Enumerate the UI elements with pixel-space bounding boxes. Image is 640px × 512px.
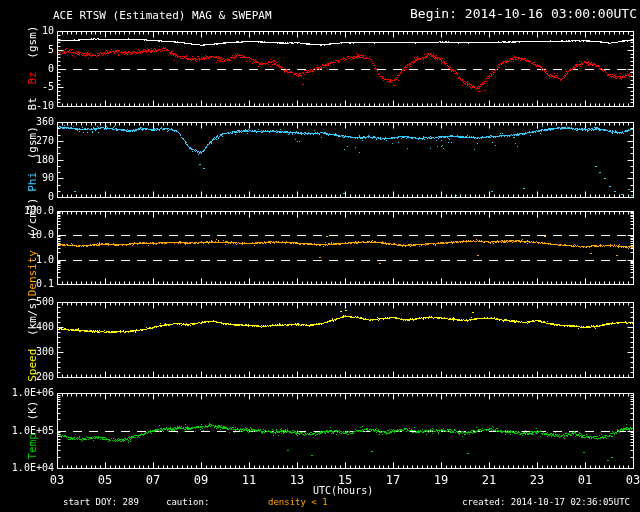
caution-label: caution:	[166, 498, 209, 507]
y-tick-label: 5	[6, 45, 54, 55]
y-tick-label: 0	[6, 64, 54, 74]
x-axis-label: UTC(hours)	[313, 486, 373, 496]
y-tick-label: 180	[6, 155, 54, 165]
temp-unit-label: (K)	[26, 401, 39, 421]
temp-label: Temp	[26, 433, 39, 460]
x-tick-label: 09	[185, 474, 217, 486]
y-tick-label: 270	[6, 136, 54, 146]
x-tick-label: 17	[377, 474, 409, 486]
start-doy-label: start DOY: 289	[63, 498, 139, 507]
y-tick-label: 0	[6, 192, 54, 202]
speed-axis-label: Speed (km/s)	[26, 296, 39, 382]
y-tick-label: -10	[6, 101, 54, 111]
y-tick-label: 100.0	[6, 206, 54, 216]
begin-timestamp: Begin: 2014-10-16 03:00:00UTC	[410, 7, 637, 20]
x-tick-label: 03	[617, 474, 640, 486]
x-tick-label: 19	[425, 474, 457, 486]
plot-title: ACE RTSW (Estimated) MAG & SWEPAM	[53, 10, 272, 21]
y-tick-label: 200	[6, 372, 54, 382]
y-tick-label: 90	[6, 173, 54, 183]
y-tick-label: 1.0E+04	[6, 463, 54, 473]
x-tick-label: 23	[521, 474, 553, 486]
ace-rtsw-plot: ACE RTSW (Estimated) MAG & SWEPAM Begin:…	[0, 0, 640, 512]
y-tick-label: 360	[6, 117, 54, 127]
y-tick-label: 500	[6, 297, 54, 307]
created-timestamp: created: 2014-10-17 02:36:05UTC	[462, 498, 630, 507]
y-tick-label: 300	[6, 347, 54, 357]
x-tick-label: 01	[569, 474, 601, 486]
x-tick-label: 15	[329, 474, 361, 486]
y-tick-label: 0.1	[6, 279, 54, 289]
y-tick-label: 10	[6, 26, 54, 36]
y-tick-label: 400	[6, 322, 54, 332]
plot-canvas	[0, 0, 640, 512]
y-tick-label: -5	[6, 82, 54, 92]
x-tick-label: 21	[473, 474, 505, 486]
y-tick-label: 1.0E+06	[6, 388, 54, 398]
x-tick-label: 13	[281, 474, 313, 486]
x-tick-label: 11	[233, 474, 265, 486]
x-tick-label: 07	[137, 474, 169, 486]
y-tick-label: 10.0	[6, 230, 54, 240]
y-tick-label: 1.0E+05	[6, 426, 54, 436]
x-tick-label: 05	[89, 474, 121, 486]
caution-value: density < 1	[268, 498, 328, 507]
x-tick-label: 03	[41, 474, 73, 486]
y-tick-label: 1.0	[6, 255, 54, 265]
